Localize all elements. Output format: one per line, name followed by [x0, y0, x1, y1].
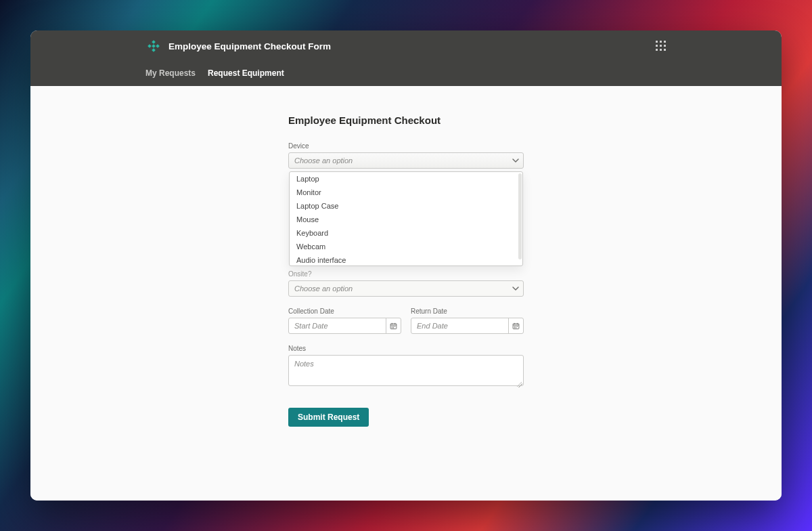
device-select[interactable]: Choose an option Laptop Monitor Laptop C…	[288, 152, 524, 169]
calendar-icon[interactable]	[386, 318, 401, 333]
notes-textarea[interactable]	[288, 355, 524, 386]
resize-handle-icon[interactable]	[517, 382, 522, 387]
nav: My Requests Request Equipment	[145, 62, 782, 86]
device-option-laptop-case[interactable]: Laptop Case	[290, 199, 522, 213]
svg-rect-11	[394, 326, 395, 326]
submit-button[interactable]: Submit Request	[288, 408, 369, 427]
calendar-icon[interactable]	[508, 318, 523, 333]
onsite-select[interactable]: Choose an option	[288, 280, 524, 297]
device-option-webcam[interactable]: Webcam	[290, 240, 522, 253]
svg-rect-12	[392, 327, 392, 328]
titlebar: Employee Equipment Checkout Form My Requ…	[30, 30, 782, 86]
field-onsite: Onsite? Choose an option	[288, 270, 524, 297]
titlebar-inner: Employee Equipment Checkout Form	[30, 30, 782, 62]
field-notes: Notes	[288, 345, 524, 389]
svg-rect-1	[148, 44, 152, 48]
device-option-keyboard[interactable]: Keyboard	[290, 226, 522, 240]
svg-rect-18	[514, 326, 515, 326]
form: Employee Equipment Checkout Device Choos…	[288, 114, 524, 427]
svg-rect-3	[156, 44, 160, 48]
device-option-mouse[interactable]: Mouse	[290, 213, 522, 226]
field-device: Device Choose an option Laptop Monitor L…	[288, 142, 524, 169]
dropdown-scrollbar[interactable]	[518, 173, 522, 259]
collection-date-input[interactable]: Start Date	[288, 318, 401, 334]
nav-my-requests[interactable]: My Requests	[145, 68, 196, 78]
nav-request-equipment[interactable]: Request Equipment	[208, 68, 284, 78]
device-dropdown: Laptop Monitor Laptop Case Mouse Keyboar…	[289, 171, 523, 266]
notes-label: Notes	[288, 345, 524, 352]
device-label: Device	[288, 142, 524, 150]
svg-rect-10	[393, 326, 394, 326]
chevron-down-icon	[512, 285, 519, 292]
device-option-audio-interface[interactable]: Audio interface	[290, 253, 522, 266]
device-option-monitor[interactable]: Monitor	[290, 186, 522, 199]
device-option-laptop[interactable]: Laptop	[290, 172, 522, 186]
svg-rect-4	[152, 48, 156, 52]
logo-icon	[145, 38, 162, 54]
onsite-select-placeholder: Choose an option	[294, 284, 353, 293]
svg-rect-13	[393, 327, 394, 328]
collection-date-label: Collection Date	[288, 307, 401, 315]
app-title: Employee Equipment Checkout Form	[168, 41, 331, 51]
field-return-date: Return Date End Date	[411, 307, 524, 334]
app-window: Employee Equipment Checkout Form My Requ…	[30, 30, 782, 501]
svg-rect-2	[152, 44, 156, 48]
svg-rect-19	[516, 326, 516, 326]
svg-rect-22	[516, 327, 516, 328]
onsite-label: Onsite?	[288, 270, 524, 278]
content: Employee Equipment Checkout Device Choos…	[30, 86, 782, 501]
svg-rect-21	[514, 327, 515, 328]
return-date-input[interactable]: End Date	[411, 318, 524, 334]
date-row: Collection Date Start Date Return Date E…	[288, 307, 524, 334]
svg-rect-20	[517, 326, 518, 326]
device-select-placeholder: Choose an option	[294, 156, 353, 165]
brand: Employee Equipment Checkout Form	[145, 38, 331, 54]
page-title: Employee Equipment Checkout	[288, 114, 524, 126]
apps-grid-icon[interactable]	[656, 41, 667, 51]
field-collection-date: Collection Date Start Date	[288, 307, 401, 334]
svg-rect-9	[392, 326, 392, 326]
svg-rect-0	[152, 40, 156, 44]
return-date-placeholder: End Date	[417, 322, 448, 330]
collection-date-placeholder: Start Date	[294, 322, 328, 330]
chevron-down-icon	[512, 157, 519, 164]
return-date-label: Return Date	[411, 307, 524, 315]
